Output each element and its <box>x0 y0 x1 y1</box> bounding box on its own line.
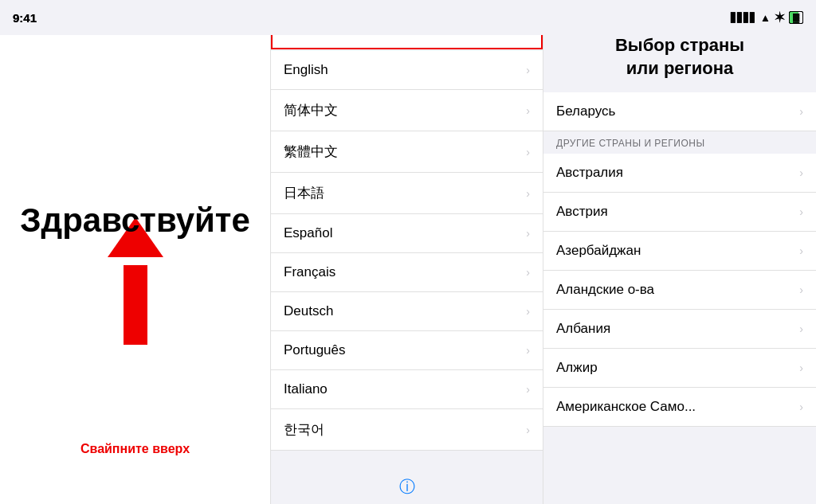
chevron-icon: › <box>799 244 803 257</box>
country-label: Американское Само... <box>556 399 696 415</box>
language-item-zh-s[interactable]: 简体中文 › <box>271 90 543 131</box>
chevron-icon: › <box>799 166 803 179</box>
country-item-american-samoa[interactable]: Американское Само... › <box>543 388 816 427</box>
language-label: 繁體中文 <box>284 143 338 161</box>
chevron-icon: › <box>799 283 803 296</box>
country-label: Аландские о-ва <box>556 282 654 298</box>
chevron-icon: › <box>526 227 530 240</box>
bluetooth-icon-3: ✶ <box>775 10 785 25</box>
country-item-aland[interactable]: Аландские о-ва › <box>543 271 816 310</box>
country-item-austria[interactable]: Австрия › <box>543 193 816 232</box>
country-label: Беларусь <box>556 104 615 119</box>
hello-panel: 9:41 ▲ ✶ ▓ Здравствуйте Свайпните вверх <box>0 0 271 504</box>
chevron-icon: › <box>799 105 803 118</box>
language-label: Español <box>284 225 332 241</box>
language-item-english[interactable]: English › <box>271 51 543 90</box>
chevron-icon: › <box>526 187 530 200</box>
other-countries-section: Австралия › Австрия › Азербайджан › Алан… <box>543 154 816 427</box>
country-item-albania[interactable]: Албания › <box>543 310 816 349</box>
chevron-icon: › <box>526 146 530 158</box>
country-label: Азербайджан <box>556 243 641 259</box>
hello-section: Здравствуйте <box>20 201 250 287</box>
chevron-icon: › <box>799 361 803 374</box>
language-label: 日本語 <box>284 184 324 202</box>
language-label: Português <box>284 342 346 358</box>
language-label: Français <box>284 264 335 280</box>
chevron-icon: › <box>799 400 803 413</box>
featured-countries-section: Беларусь › <box>543 92 816 131</box>
country-item-algeria[interactable]: Алжир › <box>543 349 816 388</box>
country-label: Австралия <box>556 165 623 181</box>
language-item-ko[interactable]: 한국어 › <box>271 409 543 451</box>
chevron-icon: › <box>526 64 530 76</box>
chevron-icon: › <box>799 322 803 335</box>
country-label: Алжир <box>556 360 598 376</box>
status-bar-3: 9:41 ▋▋▋▋ ▲ ✶ ▓ <box>0 0 816 35</box>
language-label: 한국어 <box>284 420 324 439</box>
chevron-icon: › <box>799 205 803 218</box>
language-label: Deutsch <box>284 303 333 319</box>
swipe-hint-text: Свайпните вверх <box>80 442 190 456</box>
language-item-zh-t[interactable]: 繁體中文 › <box>271 131 543 173</box>
country-label: Албания <box>556 321 610 337</box>
language-item-it[interactable]: Italiano › <box>271 370 543 409</box>
signal-icon-3: ▋▋▋▋ <box>731 13 756 23</box>
language-item-ja[interactable]: 日本語 › <box>271 173 543 214</box>
chevron-icon: › <box>526 305 530 318</box>
language-item-fr[interactable]: Français › <box>271 253 543 292</box>
country-item-belarus[interactable]: Беларусь › <box>543 92 816 131</box>
info-button[interactable]: ⓘ <box>271 470 543 504</box>
chevron-icon: › <box>526 383 530 396</box>
status-icons-3: ▋▋▋▋ ▲ ✶ ▓ <box>731 10 803 25</box>
battery-icon-3: ▓ <box>789 11 803 24</box>
other-countries-header: ДРУГИЕ СТРАНЫ И РЕГИОНЫ <box>543 131 816 154</box>
language-panel: 9:41 ▋▋▋▋ ▲ ✶ ▓ Русский › English › 简体中文… <box>271 0 543 504</box>
country-item-australia[interactable]: Австралия › <box>543 154 816 193</box>
chevron-icon: › <box>526 104 530 117</box>
country-item-azerbaijan[interactable]: Азербайджан › <box>543 232 816 271</box>
chevron-icon: › <box>526 344 530 357</box>
language-item-es[interactable]: Español › <box>271 214 543 253</box>
status-time-3: 9:41 <box>13 11 37 25</box>
wifi-icon-3: ▲ <box>760 12 771 24</box>
language-label: Italiano <box>284 381 328 397</box>
language-label: English <box>284 62 328 78</box>
language-item-de[interactable]: Deutsch › <box>271 292 543 331</box>
chevron-icon: › <box>526 424 530 436</box>
country-panel: 9:41 ▋▋▋▋ ▲ ✶ ▓ ‹ Назад Выбор страныили … <box>543 0 816 504</box>
language-label: 简体中文 <box>284 101 338 119</box>
page-title: Выбор страныили региона <box>543 28 816 92</box>
greeting-text: Здравствуйте <box>20 201 250 240</box>
country-label: Австрия <box>556 204 608 220</box>
language-item-pt[interactable]: Português › <box>271 331 543 370</box>
language-list: Русский › English › 简体中文 › 繁體中文 › 日本語 › … <box>271 0 543 470</box>
chevron-icon: › <box>526 266 530 279</box>
